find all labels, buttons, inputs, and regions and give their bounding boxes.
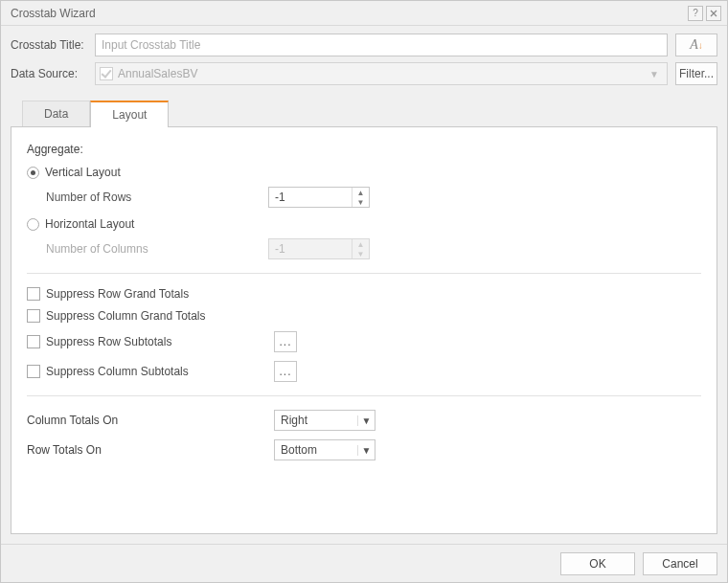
suppress-row-sub-row: Suppress Row Subtotals ... [27,331,701,352]
datasource-check-icon [100,67,113,80]
number-of-rows-value: -1 [269,188,352,207]
number-of-cols-value: -1 [269,239,352,258]
number-of-cols-row: Number of Columns -1 ▲ ▼ [46,238,701,259]
checkbox-suppress-col-grand[interactable] [27,309,40,323]
filter-button-label: Filter... [679,67,714,80]
dialog-footer: OK Cancel [1,544,727,582]
tab-layout-label: Layout [112,108,147,122]
close-icon [710,10,717,17]
suppress-row-grand-label: Suppress Row Grand Totals [46,287,274,301]
suppress-row-sub-label: Suppress Row Subtotals [46,335,274,348]
ok-button[interactable]: OK [560,552,635,575]
data-source-value: AnnualSalesBV [118,67,646,80]
number-of-cols-label: Number of Columns [46,242,268,256]
data-source-row: Data Source: AnnualSalesBV ▼ Filter... [11,62,717,85]
rows-spinner-down[interactable]: ▼ [353,197,369,207]
separator-2 [27,395,701,396]
col-totals-row: Column Totals On Right ▼ [27,410,701,431]
chevron-down-icon: ▼ [357,415,375,426]
titlebar-title: Crosstab Wizard [11,7,685,20]
ok-button-label: OK [589,557,605,571]
row-totals-value: Bottom [275,443,357,457]
suppress-col-grand-row: Suppress Column Grand Totals [27,309,701,323]
row-totals-label: Row Totals On [27,443,274,457]
help-button[interactable]: ? [688,6,703,21]
checkbox-suppress-row-grand[interactable] [27,287,40,301]
crosstab-title-input[interactable] [95,34,668,56]
number-of-rows-row: Number of Rows -1 ▲ ▼ [46,187,701,208]
tab-layout[interactable]: Layout [90,101,169,127]
vertical-layout-row: Vertical Layout [27,166,701,179]
font-button[interactable]: A↓ [675,34,717,56]
row-totals-select[interactable]: Bottom ▼ [274,439,375,460]
checkbox-suppress-col-sub[interactable] [27,365,40,378]
dialog-content: Crosstab Title: A↓ Data Source: AnnualSa… [1,26,727,544]
rows-spinner-buttons: ▲ ▼ [352,188,369,207]
rows-spinner-up[interactable]: ▲ [353,188,369,197]
row-totals-row: Row Totals On Bottom ▼ [27,439,701,460]
col-totals-select[interactable]: Right ▼ [274,410,375,431]
font-icon: A↓ [690,37,703,53]
separator-1 [27,273,701,274]
more-label-2: ... [279,365,291,378]
tab-strip: Data Layout [11,101,717,127]
radio-vertical-layout[interactable] [27,167,39,179]
tab-data[interactable]: Data [22,101,90,127]
crosstab-title-row: Crosstab Title: A↓ [11,34,717,56]
col-subtotals-more-button[interactable]: ... [274,361,297,382]
crosstab-title-label: Crosstab Title: [11,38,95,52]
chevron-down-icon: ▼ [646,69,663,79]
close-button[interactable] [706,6,721,21]
filter-button[interactable]: Filter... [675,62,717,85]
data-source-label: Data Source: [11,67,95,80]
aggregate-label: Aggregate: [27,143,701,156]
horizontal-layout-label: Horizontal Layout [45,217,134,231]
cancel-button-label: Cancel [662,557,697,571]
tab-data-label: Data [44,107,68,121]
checkbox-suppress-row-sub[interactable] [27,335,40,348]
number-of-cols-spinner: -1 ▲ ▼ [268,238,370,259]
radio-horizontal-layout[interactable] [27,218,39,231]
row-subtotals-more-button[interactable]: ... [274,331,297,352]
horizontal-layout-row: Horizontal Layout [27,217,701,231]
more-label: ... [279,335,291,348]
chevron-down-icon: ▼ [357,445,375,456]
cols-spinner-up: ▲ [353,239,369,249]
tab-body-layout: Aggregate: Vertical Layout Number of Row… [11,126,717,534]
suppress-col-sub-label: Suppress Column Subtotals [46,365,274,378]
titlebar: Crosstab Wizard ? [1,1,727,26]
cancel-button[interactable]: Cancel [643,552,717,575]
vertical-layout-label: Vertical Layout [45,166,121,179]
suppress-col-sub-row: Suppress Column Subtotals ... [27,361,701,382]
suppress-col-grand-label: Suppress Column Grand Totals [46,309,274,323]
number-of-rows-spinner[interactable]: -1 ▲ ▼ [268,187,370,208]
col-totals-value: Right [275,414,357,427]
crosstab-wizard-dialog: Crosstab Wizard ? Crosstab Title: A↓ Dat… [0,0,728,583]
cols-spinner-down: ▼ [353,249,369,258]
data-source-select[interactable]: AnnualSalesBV ▼ [95,62,668,85]
tab-area: Data Layout Aggregate: Vertical Layout N… [11,101,717,534]
cols-spinner-buttons: ▲ ▼ [352,239,369,258]
col-totals-label: Column Totals On [27,414,274,427]
suppress-row-grand-row: Suppress Row Grand Totals [27,287,701,301]
number-of-rows-label: Number of Rows [46,191,268,204]
